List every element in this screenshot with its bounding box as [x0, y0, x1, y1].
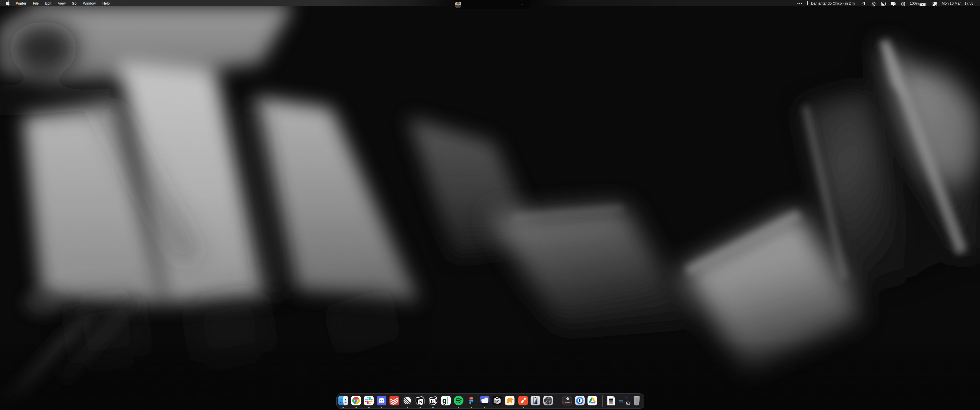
- svg-text:10: 10: [431, 399, 434, 404]
- svg-text:g: g: [442, 396, 447, 405]
- svg-text:N: N: [419, 399, 422, 404]
- svg-text:11: 11: [627, 403, 628, 404]
- svg-text:raycast: raycast: [565, 402, 570, 404]
